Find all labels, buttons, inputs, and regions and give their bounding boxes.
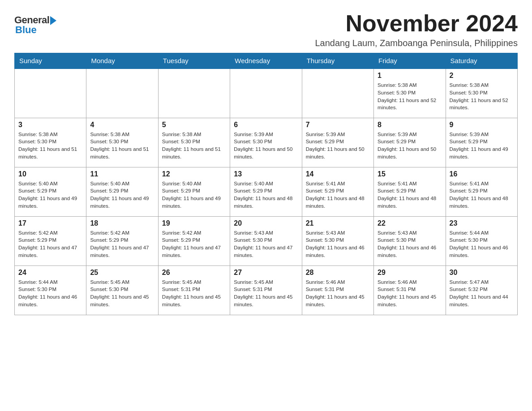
calendar-cell: 8Sunrise: 5:39 AMSunset: 5:29 PMDaylight… [374,118,446,167]
calendar-cell: 9Sunrise: 5:39 AMSunset: 5:29 PMDaylight… [446,118,517,167]
day-of-week-header: Monday [86,53,158,69]
month-year-title: November 2024 [315,11,518,36]
calendar-cell: 23Sunrise: 5:44 AMSunset: 5:30 PMDayligh… [446,216,517,265]
calendar-cell [230,68,302,118]
day-info: Sunrise: 5:42 AMSunset: 5:29 PMDaylight:… [90,229,154,259]
day-number: 18 [90,219,154,227]
day-of-week-header: Friday [374,53,446,69]
day-info: Sunrise: 5:42 AMSunset: 5:29 PMDaylight:… [18,229,82,259]
calendar-cell: 25Sunrise: 5:45 AMSunset: 5:30 PMDayligh… [86,265,158,315]
day-info: Sunrise: 5:41 AMSunset: 5:29 PMDaylight:… [450,180,514,210]
calendar-cell: 18Sunrise: 5:42 AMSunset: 5:29 PMDayligh… [86,216,158,265]
day-info: Sunrise: 5:43 AMSunset: 5:30 PMDaylight:… [306,229,370,259]
day-info: Sunrise: 5:38 AMSunset: 5:30 PMDaylight:… [450,81,514,111]
day-number: 11 [90,170,154,178]
day-info: Sunrise: 5:45 AMSunset: 5:31 PMDaylight:… [234,278,298,308]
day-number: 15 [378,170,442,178]
day-info: Sunrise: 5:39 AMSunset: 5:30 PMDaylight:… [234,131,298,161]
logo: General Blue [14,14,56,36]
calendar-table: SundayMondayTuesdayWednesdayThursdayFrid… [14,53,518,315]
calendar-cell: 28Sunrise: 5:46 AMSunset: 5:31 PMDayligh… [302,265,373,315]
day-number: 9 [450,121,514,129]
day-info: Sunrise: 5:38 AMSunset: 5:30 PMDaylight:… [90,131,154,161]
day-number: 23 [450,219,514,227]
day-info: Sunrise: 5:41 AMSunset: 5:29 PMDaylight:… [378,180,442,210]
calendar-cell: 1Sunrise: 5:38 AMSunset: 5:30 PMDaylight… [374,68,446,118]
day-number: 7 [306,121,370,129]
calendar-cell: 12Sunrise: 5:40 AMSunset: 5:29 PMDayligh… [158,167,230,216]
day-info: Sunrise: 5:43 AMSunset: 5:30 PMDaylight:… [378,229,442,259]
calendar-cell: 5Sunrise: 5:38 AMSunset: 5:30 PMDaylight… [158,118,230,167]
day-info: Sunrise: 5:46 AMSunset: 5:31 PMDaylight:… [378,278,442,308]
calendar-cell: 21Sunrise: 5:43 AMSunset: 5:30 PMDayligh… [302,216,373,265]
day-number: 17 [18,219,82,227]
day-number: 3 [18,121,82,129]
day-number: 8 [378,121,442,129]
day-info: Sunrise: 5:45 AMSunset: 5:31 PMDaylight:… [162,278,226,308]
day-number: 10 [18,170,82,178]
day-of-week-header: Thursday [302,53,373,69]
day-info: Sunrise: 5:41 AMSunset: 5:29 PMDaylight:… [306,180,370,210]
day-of-week-header: Saturday [446,53,517,69]
day-info: Sunrise: 5:38 AMSunset: 5:30 PMDaylight:… [18,131,82,161]
logo-blue-text: Blue [15,24,37,36]
title-area: November 2024 Landang Laum, Zamboanga Pe… [315,11,518,48]
calendar-cell [302,68,373,118]
day-number: 14 [306,170,370,178]
calendar-cell [15,68,86,118]
calendar-cell: 19Sunrise: 5:42 AMSunset: 5:29 PMDayligh… [158,216,230,265]
calendar-cell [158,68,230,118]
calendar-cell: 30Sunrise: 5:47 AMSunset: 5:32 PMDayligh… [446,265,517,315]
calendar-cell: 22Sunrise: 5:43 AMSunset: 5:30 PMDayligh… [374,216,446,265]
day-number: 4 [90,121,154,129]
day-number: 6 [234,121,298,129]
day-number: 26 [162,269,226,277]
calendar-cell: 2Sunrise: 5:38 AMSunset: 5:30 PMDaylight… [446,68,517,118]
day-number: 28 [306,269,370,277]
day-number: 1 [378,72,442,80]
calendar-cell: 10Sunrise: 5:40 AMSunset: 5:29 PMDayligh… [15,167,86,216]
calendar-cell: 15Sunrise: 5:41 AMSunset: 5:29 PMDayligh… [374,167,446,216]
day-info: Sunrise: 5:39 AMSunset: 5:29 PMDaylight:… [450,131,514,161]
calendar-cell: 27Sunrise: 5:45 AMSunset: 5:31 PMDayligh… [230,265,302,315]
day-number: 29 [378,269,442,277]
calendar-cell: 11Sunrise: 5:40 AMSunset: 5:29 PMDayligh… [86,167,158,216]
day-info: Sunrise: 5:46 AMSunset: 5:31 PMDaylight:… [306,278,370,308]
day-info: Sunrise: 5:38 AMSunset: 5:30 PMDaylight:… [162,131,226,161]
day-info: Sunrise: 5:38 AMSunset: 5:30 PMDaylight:… [378,81,442,111]
logo-arrow-icon [50,16,56,25]
calendar-cell: 16Sunrise: 5:41 AMSunset: 5:29 PMDayligh… [446,167,517,216]
day-number: 19 [162,219,226,227]
day-info: Sunrise: 5:44 AMSunset: 5:30 PMDaylight:… [18,278,82,308]
day-number: 12 [162,170,226,178]
day-number: 24 [18,269,82,277]
day-info: Sunrise: 5:39 AMSunset: 5:29 PMDaylight:… [378,131,442,161]
day-number: 20 [234,219,298,227]
day-info: Sunrise: 5:43 AMSunset: 5:30 PMDaylight:… [234,229,298,259]
day-info: Sunrise: 5:40 AMSunset: 5:29 PMDaylight:… [18,180,82,210]
calendar-cell: 7Sunrise: 5:39 AMSunset: 5:29 PMDaylight… [302,118,373,167]
day-number: 16 [450,170,514,178]
location-subtitle: Landang Laum, Zamboanga Peninsula, Phili… [315,38,518,48]
calendar-cell: 6Sunrise: 5:39 AMSunset: 5:30 PMDaylight… [230,118,302,167]
day-number: 25 [90,269,154,277]
day-info: Sunrise: 5:39 AMSunset: 5:29 PMDaylight:… [306,131,370,161]
day-info: Sunrise: 5:42 AMSunset: 5:29 PMDaylight:… [162,229,226,259]
calendar-cell [86,68,158,118]
day-of-week-header: Sunday [15,53,86,69]
day-number: 27 [234,269,298,277]
day-number: 22 [378,219,442,227]
day-number: 2 [450,72,514,80]
day-of-week-header: Tuesday [158,53,230,69]
header-area: General Blue November 2024 Landang Laum,… [14,11,518,48]
day-info: Sunrise: 5:44 AMSunset: 5:30 PMDaylight:… [450,229,514,259]
day-number: 30 [450,269,514,277]
calendar-cell: 20Sunrise: 5:43 AMSunset: 5:30 PMDayligh… [230,216,302,265]
day-info: Sunrise: 5:40 AMSunset: 5:29 PMDaylight:… [162,180,226,210]
day-info: Sunrise: 5:40 AMSunset: 5:29 PMDaylight:… [90,180,154,210]
calendar-cell: 17Sunrise: 5:42 AMSunset: 5:29 PMDayligh… [15,216,86,265]
calendar-cell: 29Sunrise: 5:46 AMSunset: 5:31 PMDayligh… [374,265,446,315]
day-info: Sunrise: 5:47 AMSunset: 5:32 PMDaylight:… [450,278,514,308]
day-of-week-header: Wednesday [230,53,302,69]
day-info: Sunrise: 5:40 AMSunset: 5:29 PMDaylight:… [234,180,298,210]
